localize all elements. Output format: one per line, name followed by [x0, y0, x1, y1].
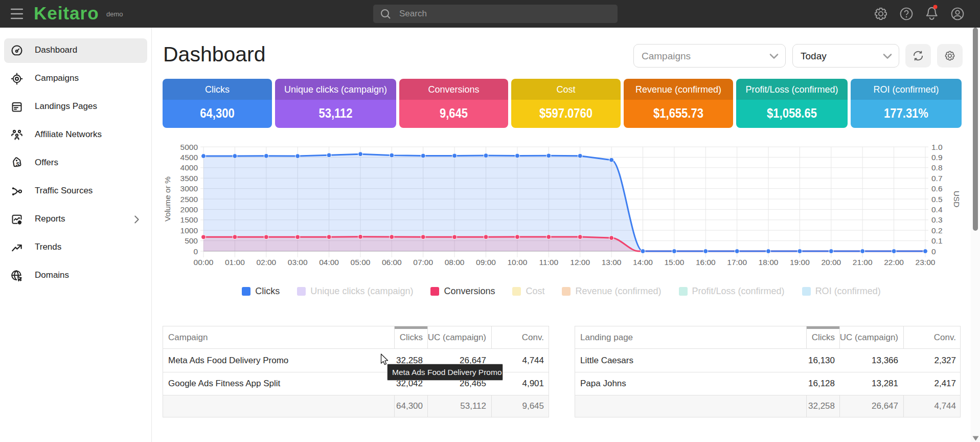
svg-text:2000: 2000: [180, 205, 198, 214]
svg-text:0: 0: [193, 247, 198, 256]
svg-text:02:00: 02:00: [256, 258, 276, 267]
svg-text:500: 500: [185, 236, 198, 245]
svg-text:5000: 5000: [180, 143, 198, 151]
svg-text:Volume or %: Volume or %: [164, 176, 172, 222]
svg-text:10:00: 10:00: [508, 258, 528, 267]
svg-text:0.7: 0.7: [931, 174, 943, 183]
svg-text:04:00: 04:00: [319, 258, 339, 267]
svg-text:3500: 3500: [180, 174, 198, 183]
svg-text:01:00: 01:00: [225, 258, 245, 267]
svg-text:22:00: 22:00: [884, 258, 904, 267]
svg-text:0.4: 0.4: [931, 205, 943, 214]
svg-text:16:00: 16:00: [696, 258, 716, 267]
svg-text:1500: 1500: [180, 215, 198, 224]
svg-text:4000: 4000: [180, 163, 198, 172]
svg-text:19:00: 19:00: [790, 258, 810, 267]
svg-text:21:00: 21:00: [853, 258, 873, 267]
svg-text:15:00: 15:00: [665, 258, 685, 267]
svg-text:0.9: 0.9: [931, 153, 943, 162]
svg-text:14:00: 14:00: [633, 258, 653, 267]
svg-text:0.2: 0.2: [931, 226, 943, 235]
svg-text:2500: 2500: [180, 195, 198, 204]
svg-text:0.8: 0.8: [931, 163, 943, 172]
svg-text:00:00: 00:00: [194, 258, 214, 267]
svg-text:20:00: 20:00: [821, 258, 841, 267]
svg-text:12:00: 12:00: [570, 258, 590, 267]
svg-text:13:00: 13:00: [602, 258, 622, 267]
svg-text:4500: 4500: [180, 153, 198, 162]
svg-text:3000: 3000: [180, 184, 198, 193]
svg-text:11:00: 11:00: [539, 258, 558, 267]
svg-text:17:00: 17:00: [727, 258, 747, 267]
svg-text:23:00: 23:00: [916, 258, 936, 267]
svg-text:0.5: 0.5: [931, 195, 943, 204]
svg-text:09:00: 09:00: [476, 258, 496, 267]
svg-text:0: 0: [931, 247, 936, 256]
svg-text:0.6: 0.6: [931, 184, 943, 193]
svg-text:0.3: 0.3: [931, 215, 943, 224]
svg-text:S: S: [15, 161, 21, 168]
svg-text:1000: 1000: [180, 226, 198, 235]
svg-text:USD: USD: [952, 191, 961, 208]
svg-text:06:00: 06:00: [382, 258, 402, 267]
svg-text:1.0: 1.0: [931, 143, 943, 151]
svg-text:05:00: 05:00: [351, 258, 371, 267]
svg-text:18:00: 18:00: [759, 258, 779, 267]
svg-text:08:00: 08:00: [445, 258, 465, 267]
svg-text:07:00: 07:00: [413, 258, 433, 267]
svg-text:0.1: 0.1: [931, 236, 943, 245]
svg-text:03:00: 03:00: [288, 258, 308, 267]
